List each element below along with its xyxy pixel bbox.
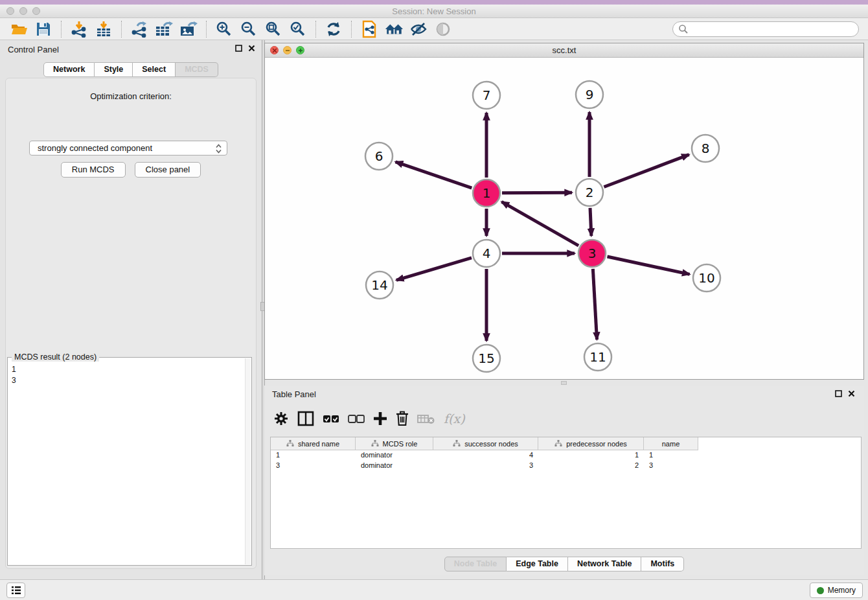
tab-node-table[interactable]: Node Table	[444, 557, 507, 571]
save-session-icon[interactable]	[34, 20, 53, 38]
search-input[interactable]	[689, 23, 858, 36]
table-cell[interactable]: dominator	[356, 450, 433, 461]
node-10[interactable]: 10	[693, 264, 720, 292]
tab-edge-table[interactable]: Edge Table	[507, 557, 568, 571]
table-panel: Table Panel f(x) shared nameMCDS rolesuc…	[264, 386, 864, 575]
node-15[interactable]: 15	[473, 345, 500, 372]
svg-text:9: 9	[586, 87, 594, 102]
table-cell[interactable]: dominator	[356, 461, 433, 471]
node-4[interactable]: 4	[473, 240, 500, 267]
column-browser-icon[interactable]	[297, 411, 314, 426]
column-header-MCDS-role[interactable]: MCDS role	[356, 437, 433, 450]
node-9[interactable]: 9	[576, 81, 603, 108]
table-toolbar: f(x)	[273, 409, 465, 428]
table-row[interactable]: 1dominator411	[271, 450, 861, 461]
column-header-shared-name[interactable]: shared name	[271, 437, 356, 450]
select-all-checks-icon[interactable]	[323, 412, 339, 425]
column-header-predecessor-nodes[interactable]: predecessor nodes	[538, 437, 644, 450]
table-cell[interactable]: 2	[538, 461, 644, 471]
table-cell[interactable]: 1	[644, 450, 698, 461]
table-cell[interactable]: 3	[644, 461, 698, 471]
node-11[interactable]: 11	[584, 343, 611, 371]
node-6[interactable]: 6	[365, 143, 393, 170]
tab-mcds[interactable]: MCDS	[176, 62, 218, 77]
node-2[interactable]: 2	[576, 179, 603, 206]
export-table-icon[interactable]	[154, 20, 174, 38]
visibility-icon[interactable]	[433, 20, 453, 38]
float-panel-icon[interactable]	[835, 390, 842, 397]
import-network-icon[interactable]	[69, 20, 89, 38]
delete-row-icon[interactable]	[396, 411, 409, 426]
import-table-icon[interactable]	[94, 20, 113, 38]
table-cell[interactable]: 4	[433, 450, 538, 461]
run-mcds-button[interactable]: Run MCDS	[61, 162, 126, 178]
network-window-titlebar[interactable]: scc.txt	[265, 43, 863, 58]
desktop-strip	[0, 0, 868, 5]
svg-text:1: 1	[483, 185, 491, 201]
home-icon[interactable]	[384, 20, 404, 38]
column-label: name	[662, 440, 680, 448]
table-cell[interactable]: 1	[538, 450, 644, 461]
search-field[interactable]	[672, 21, 859, 37]
tab-style[interactable]: Style	[95, 62, 133, 77]
edge-3-10[interactable]	[607, 257, 689, 274]
table-cell[interactable]: 1	[271, 450, 356, 461]
edge-2-8[interactable]	[604, 155, 689, 187]
column-header-name[interactable]: name	[644, 437, 698, 450]
edge-2-3[interactable]	[590, 208, 591, 236]
network-document-icon[interactable]	[360, 20, 379, 38]
zoom-selected-icon[interactable]	[288, 20, 308, 38]
visibility-off-icon[interactable]	[409, 20, 428, 38]
table-row[interactable]: 3dominator323	[271, 461, 861, 471]
tab-motifs[interactable]: Motifs	[641, 557, 684, 571]
table-settings-icon[interactable]	[273, 411, 289, 426]
export-image-icon[interactable]	[179, 20, 198, 38]
tab-select[interactable]: Select	[133, 62, 176, 77]
add-row-icon[interactable]	[373, 411, 387, 426]
zoom-fit-icon[interactable]	[264, 20, 283, 38]
zoom-out-icon[interactable]	[239, 20, 258, 38]
tab-network[interactable]: Network	[43, 62, 95, 77]
mcds-result-text[interactable]: 1 3	[12, 364, 245, 564]
function-builder-icon[interactable]: f(x)	[444, 411, 465, 426]
node-3[interactable]: 3	[578, 240, 606, 267]
splitter-grip[interactable]	[561, 381, 567, 385]
node-14[interactable]: 14	[366, 271, 393, 299]
edge-3-1[interactable]	[501, 202, 578, 246]
result-scrollbar[interactable]	[245, 358, 251, 564]
export-network-icon[interactable]	[130, 20, 149, 38]
node-1[interactable]: 1	[473, 179, 500, 207]
refresh-layout-icon[interactable]	[324, 20, 343, 38]
close-panel-icon[interactable]	[248, 45, 255, 52]
table-body[interactable]: 1dominator4113dominator323	[271, 450, 861, 471]
column-label: shared name	[298, 440, 339, 448]
close-panel-button[interactable]: Close panel	[135, 162, 201, 178]
edge-1-6[interactable]	[396, 162, 472, 188]
app-title: Session: New Session	[0, 6, 868, 16]
node-7[interactable]: 7	[473, 82, 500, 109]
tree-icon	[453, 440, 461, 447]
zoom-in-icon[interactable]	[214, 20, 234, 38]
horizontal-splitter[interactable]	[265, 380, 868, 386]
node-table[interactable]: shared nameMCDS rolesuccessor nodesprede…	[270, 437, 862, 549]
deselect-all-checks-icon[interactable]	[348, 412, 365, 425]
table-cell[interactable]: 3	[271, 461, 356, 471]
table-cell[interactable]: 3	[433, 461, 538, 471]
edge-4-14[interactable]	[396, 258, 472, 280]
float-panel-icon[interactable]	[235, 45, 242, 52]
tab-network-table[interactable]: Network Table	[568, 557, 642, 571]
delete-table-icon[interactable]	[417, 412, 435, 425]
network-canvas[interactable]: 1234678910111415	[265, 58, 863, 379]
edge-1-2[interactable]	[502, 192, 572, 193]
open-session-icon[interactable]	[9, 20, 29, 38]
task-history-button[interactable]	[6, 583, 25, 598]
column-header-successor-nodes[interactable]: successor nodes	[433, 437, 538, 450]
memory-button[interactable]: Memory	[810, 583, 863, 598]
table-header[interactable]: shared nameMCDS rolesuccessor nodesprede…	[271, 437, 861, 450]
header-filler	[698, 437, 861, 450]
edge-3-11[interactable]	[593, 269, 597, 340]
svg-text:10: 10	[698, 270, 714, 286]
optimization-criterion-select[interactable]: strongly connected component	[29, 141, 227, 156]
close-panel-icon[interactable]	[848, 390, 855, 397]
node-8[interactable]: 8	[692, 135, 719, 162]
